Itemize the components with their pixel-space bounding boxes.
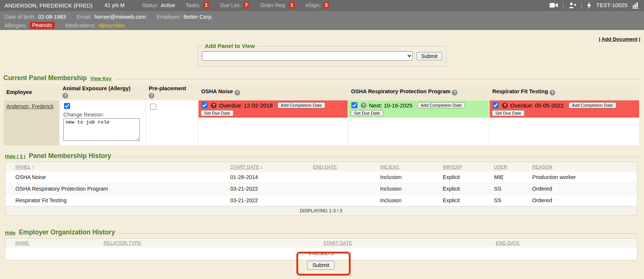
medications-label: Medications: (65, 22, 96, 28)
heading-rule (115, 157, 638, 157)
cell-end-date (310, 195, 377, 206)
employee-cell: Anderson, Frederick (4, 100, 59, 145)
order-req-count-badge[interactable]: 1 (289, 2, 295, 9)
patient-header-bar: ANDERSON, FREDERICK (FRED) 41 y/o M Stat… (0, 0, 644, 10)
dob-label: Date of birth: (4, 14, 36, 20)
patient-info-bar: Date of birth: 02-08-1983 Email: horner@… (0, 10, 644, 30)
main-content: | Add Document | Add Panel to View Submi… (0, 30, 644, 279)
sort-up-icon[interactable]: ↑ (32, 164, 34, 170)
sort-down-icon[interactable]: ↓ (260, 164, 263, 170)
osha-noise-status: Overdue: 12-02-2018 (219, 102, 273, 109)
change-reason-textarea[interactable]: new to job role (63, 118, 140, 141)
email-label: Email: (76, 14, 91, 20)
employer-col-name: NAME (5, 239, 101, 248)
col-respirator-fit-label: Respirator Fit Testing (492, 88, 548, 94)
view-key-link[interactable]: View Key (90, 76, 112, 81)
set-due-date-button[interactable]: Set Due Date (492, 110, 524, 116)
allergy-badge[interactable]: Peanuts (30, 22, 55, 29)
col-respirator-fit: Respirator Fit Testing ? (490, 84, 639, 100)
help-icon[interactable]: ? (502, 103, 508, 108)
employer-col-start-date: START DATE (320, 239, 493, 248)
add-document-link[interactable]: Add Document (601, 36, 637, 42)
allergies-label: Allergies: (4, 22, 27, 28)
history-row: Respirator Fit Testing 03-21-2022 Inclus… (5, 195, 637, 206)
panel-select[interactable] (202, 51, 412, 61)
help-icon[interactable]: ? (211, 103, 217, 108)
col-osha-respiratory: OSHA Respiratory Protection Program ? (348, 84, 489, 100)
respirator-fit-checkbox[interactable] (493, 102, 499, 108)
cell-reason: Production worker (529, 172, 637, 183)
heading-rule (118, 233, 638, 234)
col-pre-placement: Pre-placement ? (146, 84, 198, 100)
cell-reason: Ordered (529, 195, 637, 206)
overdue-band: ? Overdue: 05-05-2022 Add Completion Dat… (490, 100, 639, 118)
osha-noise-cell: ? Overdue: 12-02-2018 Add Completion Dat… (199, 100, 348, 145)
add-panel-legend: Add Panel to View (203, 43, 256, 49)
due-list-count-badge[interactable]: 7 (243, 2, 250, 9)
overdue-band: ? Overdue: 12-02-2018 Add Completion Dat… (199, 100, 348, 118)
medication-value[interactable]: alprazolam (98, 22, 125, 28)
membership-table: Employee Animal Exposure (Allergy) ? Pre… (3, 84, 640, 146)
history-hide-link[interactable]: Hide ( 3 ) (5, 154, 25, 159)
history-col-inc-exc: INC/EXC (377, 162, 440, 172)
history-col-reason: REASON (529, 162, 637, 172)
employee-link[interactable]: Anderson, Frederick (6, 103, 54, 109)
add-panel-submit-button[interactable]: Submit (416, 52, 442, 60)
add-completion-date-button[interactable]: Add Completion Date (569, 102, 616, 108)
status-label: Status: (142, 2, 158, 8)
osha-respiratory-cell: ? Next: 10-16-2025 Add Completion Date S… (348, 100, 489, 145)
membership-data-row: Anderson, Frederick Change Reason: new t… (4, 100, 639, 145)
animal-exposure-cell: Change Reason: new to job role (60, 100, 145, 145)
help-icon[interactable]: ? (361, 103, 366, 108)
help-icon[interactable]: ? (550, 90, 555, 95)
set-due-date-button[interactable]: Set Due Date (201, 110, 233, 116)
add-completion-date-button[interactable]: Add Completion Date (278, 102, 325, 108)
cell-reason: Ordered (529, 183, 637, 195)
esign-pair: eSign: 3 (306, 2, 330, 9)
status-value: Active (161, 2, 175, 8)
pipe: | (639, 36, 640, 42)
pre-placement-checkbox[interactable] (150, 104, 156, 110)
col-pre-placement-label: Pre-placement (149, 85, 186, 91)
cell-start-date: 03-21-2022 (227, 195, 310, 206)
add-document-row: | Add Document | (599, 36, 640, 42)
osha-noise-checkbox[interactable] (202, 102, 208, 108)
employer-col-relation-type: RELATION TYPE (101, 239, 320, 248)
order-req-pair: Order Req: 1 (260, 2, 295, 9)
system-id: TEST-10025 (596, 2, 628, 8)
osha-respiratory-status: Next: 10-16-2025 (369, 102, 412, 109)
employer-header-row: NAME RELATION TYPE START DATE END DATE (5, 239, 637, 248)
animal-exposure-checkbox[interactable] (64, 103, 70, 109)
change-reason-label: Change Reason: (63, 112, 142, 118)
history-col-user: USER (491, 162, 529, 172)
cell-inc-exc: Inclusion (377, 183, 440, 195)
col-osha-noise: OSHA Noise ? (199, 84, 348, 100)
employer-title: Employer Organization History (19, 228, 115, 236)
respirator-fit-status: Overdue: 05-05-2022 (510, 102, 564, 109)
add-completion-date-button[interactable]: Add Completion Date (417, 102, 465, 108)
set-due-date-button[interactable]: Set Due Date (351, 110, 383, 116)
history-col-panel: PANEL↑ (5, 162, 227, 172)
employer-hide-link[interactable]: Hide (5, 230, 15, 236)
due-list-label: Due List: (220, 2, 241, 8)
col-animal-exposure: Animal Exposure (Allergy) ? (60, 84, 145, 100)
order-req-label: Order Req: (260, 2, 286, 8)
lightning-icon[interactable] (587, 2, 592, 9)
video-camera-icon[interactable] (550, 2, 558, 8)
cell-panel: OSHA Respiratory Protection Program (5, 183, 227, 195)
help-icon[interactable]: ? (452, 90, 457, 95)
history-row: OSHA Noise 01-28-2014 Inclusion Explicit… (5, 172, 637, 183)
esign-count-badge[interactable]: 3 (323, 2, 329, 9)
help-icon[interactable]: ? (63, 93, 68, 98)
help-icon[interactable]: ? (149, 93, 154, 98)
add-person-icon[interactable] (568, 2, 577, 9)
cell-imp-exp: Explicit (440, 195, 491, 206)
respirator-fit-cell: ? Overdue: 05-05-2022 Add Completion Dat… (490, 100, 639, 145)
employer-submit-button[interactable]: Submit (307, 261, 335, 270)
tasks-count-badge[interactable]: 1 (203, 2, 209, 9)
help-icon[interactable]: ? (235, 90, 240, 95)
stats-chart-icon[interactable] (632, 2, 640, 9)
cell-inc-exc: Inclusion (377, 172, 440, 183)
osha-respiratory-checkbox[interactable] (351, 102, 357, 108)
dob-value: 02-08-1983 (38, 14, 66, 20)
